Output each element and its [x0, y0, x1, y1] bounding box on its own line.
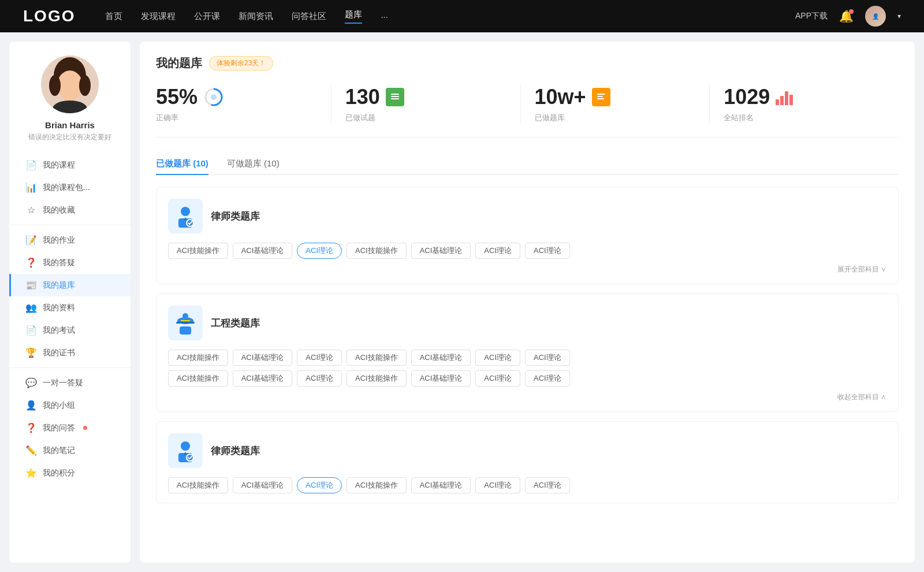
qbank-title-lawyer-1: 律师类题库: [211, 210, 260, 223]
nav-home[interactable]: 首页: [105, 11, 122, 22]
svg-rect-13: [597, 94, 605, 95]
avatar-image: [41, 55, 99, 113]
stat-done-questions: 130 已做试题: [331, 85, 521, 123]
tag-0-1[interactable]: ACI基础理论: [233, 243, 293, 259]
svg-rect-12: [391, 98, 399, 99]
sidebar-item-my-course[interactable]: 📄 我的课程: [9, 154, 131, 176]
engineer-icon: [168, 306, 203, 340]
tag-1-r2-6[interactable]: ACI理论: [525, 370, 570, 387]
tag-0-3[interactable]: ACI技能操作: [346, 243, 407, 259]
tag-1-0[interactable]: ACI技能操作: [168, 350, 228, 366]
tag-1-r2-5[interactable]: ACI理论: [475, 370, 520, 387]
one-on-one-icon: 💬: [25, 377, 37, 388]
svg-rect-14: [597, 96, 603, 97]
nav-question-bank[interactable]: 题库: [345, 9, 362, 24]
sidebar-item-one-on-one[interactable]: 💬 一对一答疑: [9, 372, 131, 394]
tag-0-5[interactable]: ACI理论: [475, 243, 520, 259]
tag-1-6[interactable]: ACI理论: [525, 350, 570, 366]
tag-2-0[interactable]: ACI技能操作: [168, 477, 228, 493]
tag-1-5[interactable]: ACI理论: [475, 350, 520, 366]
my-group-icon: 👤: [25, 400, 37, 411]
qbank-card-lawyer-2: 律师类题库 ACI技能操作 ACI基础理论 ACI理论 ACI技能操作 ACI基…: [156, 421, 899, 503]
sidebar-item-my-qa[interactable]: ❓ 我的问答: [9, 417, 131, 439]
tag-1-r2-4[interactable]: ACI基础理论: [411, 370, 471, 387]
sidebar-menu: 📄 我的课程 📊 我的课程包... ☆ 我的收藏 📝 我的作业 ❓ 我的答疑 �: [9, 154, 131, 484]
nav-right: APP下载 🔔 👤 ▾: [795, 6, 901, 27]
stats-row: 55% 正确率 130: [156, 85, 899, 138]
sidebar-item-notes[interactable]: ✏️ 我的笔记: [9, 439, 131, 462]
tag-0-4[interactable]: ACI基础理论: [411, 243, 471, 259]
svg-point-23: [182, 313, 188, 319]
nav-open-course[interactable]: 公开课: [194, 11, 220, 22]
sidebar-avatar: [41, 55, 99, 113]
my-course-icon: 📄: [25, 159, 37, 170]
homework-icon: 📝: [25, 235, 37, 246]
tag-0-6[interactable]: ACI理论: [525, 243, 570, 259]
sidebar-item-homework[interactable]: 📝 我的作业: [9, 229, 131, 251]
certificate-icon: 🏆: [25, 347, 37, 358]
user-menu-chevron[interactable]: ▾: [897, 12, 901, 20]
ranking-icon: [776, 88, 794, 106]
sidebar-item-course-package[interactable]: 📊 我的课程包...: [9, 176, 131, 199]
tag-1-r2-1[interactable]: ACI基础理论: [233, 370, 293, 387]
tag-1-1[interactable]: ACI基础理论: [233, 350, 293, 366]
sidebar-item-exam[interactable]: 📄 我的考试: [9, 319, 131, 341]
sidebar-item-qa[interactable]: ❓ 我的答疑: [9, 251, 131, 274]
tag-2-2[interactable]: ACI理论: [297, 477, 342, 493]
nav-discover[interactable]: 发现课程: [141, 11, 176, 22]
sidebar-item-favorites[interactable]: ☆ 我的收藏: [9, 199, 131, 221]
app-download-link[interactable]: APP下载: [795, 11, 828, 21]
qbank-tags-engineer-row2: ACI技能操作 ACI基础理论 ACI理论 ACI技能操作 ACI基础理论 AC…: [168, 370, 886, 387]
svg-rect-15: [597, 98, 604, 99]
page-title: 我的题库: [156, 55, 202, 71]
tag-1-3[interactable]: ACI技能操作: [346, 350, 407, 366]
nav-more[interactable]: ···: [381, 12, 388, 21]
tag-2-4[interactable]: ACI基础理论: [411, 477, 471, 493]
question-bank-icon: 📰: [25, 280, 37, 291]
tag-2-6[interactable]: ACI理论: [525, 477, 570, 493]
svg-point-9: [211, 94, 217, 100]
tag-0-0[interactable]: ACI技能操作: [168, 243, 228, 259]
exam-icon: 📄: [25, 325, 37, 336]
course-package-icon: 📊: [25, 182, 37, 193]
tag-1-2[interactable]: ACI理论: [297, 350, 342, 366]
done-questions-icon: [386, 88, 404, 106]
sidebar-item-my-group[interactable]: 👤 我的小组: [9, 394, 131, 417]
svg-rect-22: [176, 322, 195, 324]
tag-0-2[interactable]: ACI理论: [297, 243, 342, 259]
tab-done-banks[interactable]: 已做题库 (10): [156, 154, 208, 175]
svg-rect-11: [391, 96, 399, 97]
qbank-tags-lawyer-1: ACI技能操作 ACI基础理论 ACI理论 ACI技能操作 ACI基础理论 AC…: [168, 243, 886, 259]
nav-logo: LOGO: [23, 7, 75, 25]
tag-2-1[interactable]: ACI基础理论: [233, 477, 293, 493]
tag-1-r2-0[interactable]: ACI技能操作: [168, 370, 228, 387]
sidebar-item-certificate[interactable]: 🏆 我的证书: [9, 341, 131, 364]
svg-point-26: [181, 441, 190, 451]
sidebar-item-points[interactable]: ⭐ 我的积分: [9, 462, 131, 484]
tag-1-r2-2[interactable]: ACI理论: [297, 370, 342, 387]
sidebar-item-question-bank[interactable]: 📰 我的题库: [9, 274, 131, 296]
main-layout: Brian Harris 错误的决定比没有决定要好 📄 我的课程 📊 我的课程包…: [0, 32, 924, 572]
tab-available-banks[interactable]: 可做题库 (10): [227, 154, 280, 175]
tag-2-3[interactable]: ACI技能操作: [346, 477, 407, 493]
sidebar-motto: 错误的决定比没有决定要好: [19, 132, 121, 142]
expand-engineer[interactable]: 收起全部科目 ∧: [168, 392, 886, 402]
nav-news[interactable]: 新闻资讯: [239, 11, 273, 22]
notification-bell[interactable]: 🔔: [839, 9, 854, 23]
tag-1-4[interactable]: ACI基础理论: [411, 350, 471, 366]
points-icon: ⭐: [25, 467, 37, 478]
done-banks-icon: [592, 88, 610, 106]
user-avatar[interactable]: 👤: [865, 6, 886, 27]
expand-lawyer-1[interactable]: 展开全部科目 ∨: [168, 265, 886, 274]
lawyer-icon-1: [168, 199, 203, 233]
sidebar-item-profile[interactable]: 👥 我的资料: [9, 296, 131, 319]
tag-1-r2-3[interactable]: ACI技能操作: [346, 370, 407, 387]
nav-qa[interactable]: 问答社区: [292, 11, 326, 22]
sidebar-divider-2: [9, 367, 131, 368]
main-content: 我的题库 体验剩余23天！ 55% 正确率: [140, 42, 915, 563]
tag-2-5[interactable]: ACI理论: [475, 477, 520, 493]
accuracy-chart-icon: [203, 87, 224, 107]
stat-accuracy: 55% 正确率: [156, 85, 331, 123]
notes-icon: ✏️: [25, 445, 37, 456]
qbank-tags-engineer-row1: ACI技能操作 ACI基础理论 ACI理论 ACI技能操作 ACI基础理论 AC…: [168, 350, 886, 366]
